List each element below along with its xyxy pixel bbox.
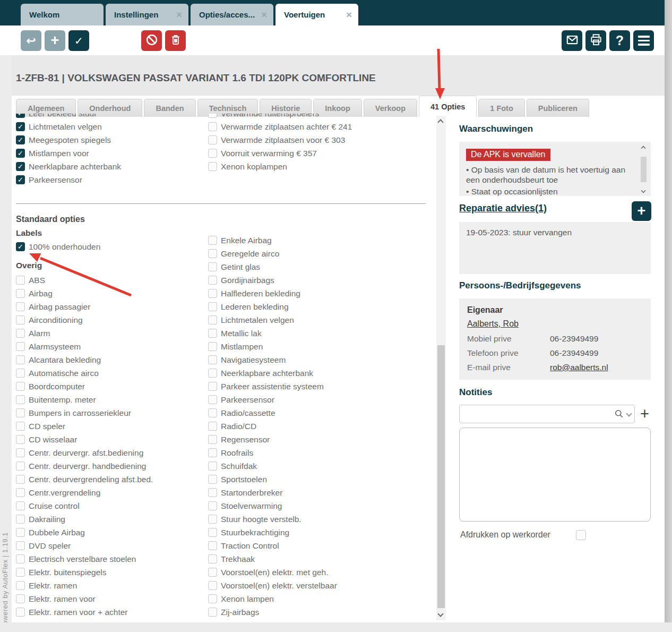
- checkbox[interactable]: [16, 528, 25, 537]
- window-tab-voertuigen[interactable]: Voertuigen ×: [275, 4, 358, 25]
- notes-textarea[interactable]: [459, 428, 651, 522]
- checkbox[interactable]: [16, 276, 25, 285]
- checkbox[interactable]: [16, 501, 25, 510]
- scroll-down-icon[interactable]: [641, 188, 645, 193]
- scrollbar-thumb[interactable]: [437, 345, 445, 608]
- add-button[interactable]: +: [45, 30, 65, 51]
- scroll-down-icon[interactable]: [437, 611, 443, 617]
- checkbox[interactable]: [208, 329, 217, 338]
- checkbox[interactable]: ✓: [16, 242, 25, 251]
- close-icon[interactable]: ×: [346, 10, 352, 20]
- checkbox[interactable]: [208, 315, 217, 324]
- checkbox[interactable]: [208, 276, 217, 285]
- checkbox[interactable]: [208, 594, 217, 603]
- checkbox[interactable]: [16, 462, 25, 471]
- checkbox[interactable]: [208, 554, 217, 563]
- checkbox[interactable]: [16, 329, 25, 338]
- checkbox[interactable]: [16, 488, 25, 497]
- window-tab-opties-acces[interactable]: Opties/acces... ×: [191, 4, 273, 25]
- checkbox[interactable]: ✓: [16, 175, 25, 184]
- checkbox[interactable]: [208, 149, 217, 158]
- tab-41-opties[interactable]: 41 Opties: [419, 96, 477, 117]
- checkbox[interactable]: [208, 302, 217, 311]
- checkbox[interactable]: [208, 395, 217, 404]
- checkbox[interactable]: [208, 122, 217, 131]
- checkbox[interactable]: [16, 568, 25, 577]
- warnings-scrollbar[interactable]: [640, 145, 648, 193]
- print-button[interactable]: [585, 30, 606, 51]
- checkbox[interactable]: [208, 541, 217, 550]
- search-icon[interactable]: [614, 408, 624, 421]
- checkbox[interactable]: [16, 515, 25, 524]
- checkbox[interactable]: [208, 475, 217, 484]
- checkbox[interactable]: ✓: [16, 114, 25, 118]
- notes-search-input[interactable]: [464, 406, 607, 422]
- tab-publiceren[interactable]: Publiceren: [527, 99, 589, 117]
- menu-button[interactable]: [633, 30, 654, 51]
- add-repair-advice-button[interactable]: +: [632, 201, 651, 221]
- checkbox[interactable]: [16, 448, 25, 457]
- checkbox[interactable]: [208, 568, 217, 577]
- checkbox[interactable]: [208, 408, 217, 417]
- scrollbar-thumb[interactable]: [641, 157, 647, 182]
- checkbox[interactable]: [208, 435, 217, 444]
- checkbox[interactable]: ✓: [16, 162, 25, 171]
- checkbox[interactable]: [208, 236, 217, 245]
- checkbox[interactable]: [16, 315, 25, 324]
- checkbox[interactable]: [208, 515, 217, 524]
- checkbox[interactable]: [16, 289, 25, 298]
- checkbox[interactable]: ✓: [16, 122, 25, 131]
- options-scrollbar[interactable]: [436, 116, 446, 620]
- email-button[interactable]: [562, 30, 582, 51]
- checkbox[interactable]: [16, 541, 25, 550]
- checkbox[interactable]: [208, 608, 217, 617]
- scroll-up-icon[interactable]: [641, 146, 645, 150]
- checkbox[interactable]: [208, 342, 217, 351]
- checkbox[interactable]: [208, 162, 217, 171]
- checkbox[interactable]: ✓: [16, 149, 25, 158]
- checkbox[interactable]: [16, 594, 25, 603]
- checkbox[interactable]: [208, 114, 217, 118]
- checkbox[interactable]: [16, 475, 25, 484]
- close-icon[interactable]: ×: [261, 10, 267, 20]
- checkbox[interactable]: [16, 395, 25, 404]
- checkbox[interactable]: [16, 302, 25, 311]
- owner-name-link[interactable]: Aalberts, Rob: [467, 319, 519, 329]
- checkbox[interactable]: [16, 581, 25, 590]
- checkbox[interactable]: [208, 369, 217, 378]
- cancel-button[interactable]: [141, 30, 162, 51]
- checkbox[interactable]: [208, 581, 217, 590]
- checkbox[interactable]: [208, 462, 217, 471]
- checkbox[interactable]: [208, 382, 217, 391]
- confirm-button[interactable]: ✓: [68, 30, 89, 51]
- checkbox[interactable]: [16, 408, 25, 417]
- window-scrollbar[interactable]: [665, 0, 672, 622]
- close-icon[interactable]: ×: [176, 10, 182, 20]
- checkbox[interactable]: [208, 135, 217, 144]
- checkbox[interactable]: [16, 608, 25, 617]
- scroll-up-icon[interactable]: [437, 119, 443, 125]
- checkbox[interactable]: [208, 448, 217, 457]
- undo-button[interactable]: ↩: [21, 30, 41, 51]
- tab-1-foto[interactable]: 1 Foto: [478, 99, 525, 117]
- checkbox[interactable]: [208, 249, 217, 258]
- checkbox[interactable]: [16, 342, 25, 351]
- add-note-button[interactable]: +: [640, 405, 649, 423]
- checkbox[interactable]: [208, 488, 217, 497]
- checkbox[interactable]: [208, 528, 217, 537]
- print-on-workorder-checkbox[interactable]: [576, 530, 586, 540]
- checkbox[interactable]: ✓: [16, 135, 25, 144]
- email-private-link[interactable]: rob@aalberts.nl: [550, 363, 608, 372]
- checkbox[interactable]: [208, 289, 217, 298]
- checkbox[interactable]: [208, 501, 217, 510]
- checkbox[interactable]: [16, 355, 25, 364]
- chevron-down-icon[interactable]: [626, 411, 632, 416]
- checkbox[interactable]: [16, 554, 25, 563]
- checkbox[interactable]: [16, 382, 25, 391]
- checkbox[interactable]: [208, 422, 217, 431]
- delete-button[interactable]: [165, 30, 186, 51]
- window-tab-welkom[interactable]: Welkom: [21, 4, 104, 25]
- window-tab-instellingen[interactable]: Instellingen ×: [106, 4, 188, 25]
- checkbox[interactable]: [16, 435, 25, 444]
- checkbox[interactable]: [208, 262, 217, 271]
